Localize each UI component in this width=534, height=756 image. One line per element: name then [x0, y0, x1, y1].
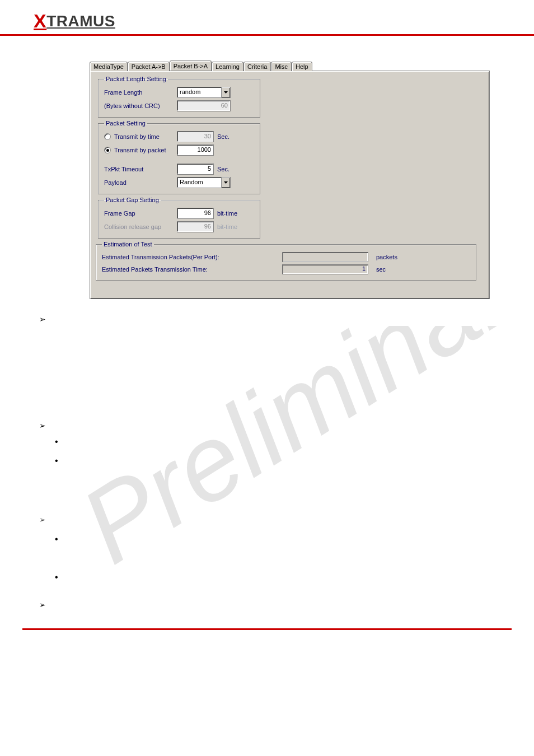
bullet-dot-icon: • [55, 534, 58, 544]
bullet-triangle-icon: ➢ [39, 515, 46, 524]
est-packets-unit: packets [376, 254, 410, 260]
radio-icon [104, 147, 111, 153]
tab-packet-a-b[interactable]: Packet A->B [128, 62, 170, 71]
radio-icon [104, 133, 111, 140]
frame-gap-unit: bit-time [217, 210, 245, 217]
txpkt-timeout-input[interactable]: 5 [177, 164, 214, 175]
bullet-region: Preliminary ➢ ➢ • • ➢ • • ➢ [39, 315, 534, 628]
svg-text:Preliminary: Preliminary [67, 326, 515, 586]
est-packets-value [282, 252, 368, 262]
transmit-time-unit: Sec. [217, 133, 245, 140]
tab-body: Packet Length Setting Frame Length rando… [90, 71, 490, 299]
frame-length-label: Frame Length [104, 89, 177, 96]
legend-packet-gap: Packet Gap Setting [104, 197, 161, 203]
transmit-packet-input[interactable]: 1000 [177, 144, 214, 156]
tab-label: Criteria [247, 63, 267, 70]
est-time-value: 1 [282, 264, 368, 274]
bullet-dot-icon: • [55, 437, 58, 447]
transmit-by-packet-label: Transmit by packet [114, 147, 166, 153]
txpkt-timeout-unit: Sec. [217, 166, 245, 172]
group-packet-setting: Packet Setting Transmit by time 30 Sec. … [98, 120, 260, 194]
frame-length-value: random [177, 87, 221, 97]
group-packet-length: Packet Length Setting Frame Length rando… [98, 76, 260, 118]
bullet-triangle-icon: ➢ [39, 600, 46, 609]
frame-gap-label: Frame Gap [104, 210, 177, 217]
group-packet-gap: Packet Gap Setting Frame Gap 96 bit-time… [98, 197, 260, 239]
tab-packet-b-a[interactable]: Packet B->A [170, 60, 212, 71]
bullet-dot-icon: • [55, 572, 58, 582]
payload-label: Payload [104, 179, 177, 186]
svg-marker-0 [224, 91, 228, 94]
preliminary-watermark: Preliminary [67, 326, 515, 617]
brand-x: X [34, 10, 46, 31]
legend-estimation: Estimation of Test [102, 241, 154, 248]
frame-length-select[interactable]: random [177, 87, 231, 98]
brand-rest: TRAMUS [46, 12, 115, 30]
footer-rule [22, 628, 512, 630]
transmit-by-time-option[interactable]: Transmit by time [104, 133, 177, 140]
bullet-dot-icon: • [55, 456, 58, 466]
tab-label: Packet B->A [174, 63, 208, 69]
tab-criteria[interactable]: Criteria [243, 62, 271, 71]
settings-panel: MediaType Packet A->B Packet B->A Learni… [90, 58, 490, 299]
tab-label: Packet A->B [132, 63, 166, 70]
frame-gap-input[interactable]: 96 [177, 208, 214, 219]
bullet-triangle-icon: ➢ [39, 315, 46, 324]
tab-mediatype[interactable]: MediaType [90, 62, 128, 71]
tab-label: Misc [275, 63, 288, 70]
page-header: XTRAMUS [0, 0, 534, 36]
payload-select[interactable]: Random [177, 177, 231, 188]
collision-release-gap-label: Collision release gap [104, 223, 177, 230]
transmit-by-packet-option[interactable]: Transmit by packet [104, 147, 177, 153]
tab-misc[interactable]: Misc [271, 62, 292, 71]
legend-packet-length: Packet Length Setting [104, 76, 168, 82]
est-packets-label: Estimated Transmission Packets(Per Port)… [102, 254, 282, 260]
collision-release-gap-unit: bit-time [217, 223, 245, 230]
tab-label: Help [296, 63, 308, 70]
est-time-unit: sec [376, 266, 410, 273]
tab-learning[interactable]: Learning [212, 62, 243, 71]
transmit-by-time-label: Transmit by time [114, 133, 160, 140]
brand-logo: XTRAMUS [34, 12, 115, 30]
tab-label: Learning [216, 63, 240, 70]
bytes-without-crc-label: (Bytes without CRC) [104, 102, 177, 109]
chevron-down-icon [221, 87, 230, 97]
bullet-triangle-icon: ➢ [39, 421, 46, 430]
payload-value: Random [177, 178, 221, 188]
chevron-down-icon [221, 178, 230, 188]
tab-label: MediaType [93, 63, 124, 70]
bytes-without-crc-input: 60 [177, 100, 231, 111]
tab-help[interactable]: Help [292, 62, 312, 71]
tab-bar: MediaType Packet A->B Packet B->A Learni… [90, 58, 490, 71]
svg-marker-1 [224, 181, 228, 184]
group-estimation: Estimation of Test Estimated Transmissio… [96, 241, 476, 281]
est-time-label: Estimated Packets Transmission Time: [102, 266, 282, 273]
transmit-time-input: 30 [177, 131, 214, 142]
collision-release-gap-input: 96 [177, 221, 214, 232]
txpkt-timeout-label: TxPkt Timeout [104, 166, 177, 172]
legend-packet-setting: Packet Setting [104, 120, 147, 127]
